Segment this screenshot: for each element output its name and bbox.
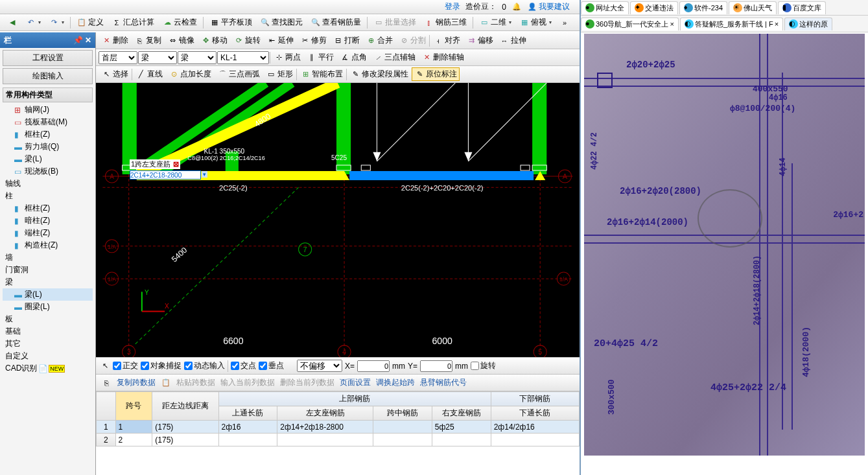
line-button[interactable]: ╱直线: [133, 67, 165, 81]
col-botthrough[interactable]: 下通长筋: [491, 406, 579, 421]
y-input[interactable]: [420, 360, 452, 372]
extend-button[interactable]: ⇤延伸: [264, 34, 296, 47]
snap-toggle[interactable]: 对象捕捉: [141, 360, 182, 371]
tree-beam2[interactable]: ▬梁(L): [3, 288, 93, 301]
tree-raft[interactable]: ▭筏板基础(M): [3, 116, 93, 128]
editbeamattr-button[interactable]: ✎修改梁段属性: [347, 67, 411, 81]
split-button[interactable]: ⊘分割: [396, 34, 428, 47]
copyspan-link[interactable]: 复制跨数据: [117, 377, 156, 388]
tree-framecol[interactable]: ▮框柱(Z): [3, 128, 93, 141]
pin-icon[interactable]: 📌 ✕: [73, 36, 91, 45]
tree-slab[interactable]: 板: [3, 313, 93, 325]
floor-select[interactable]: 首层: [99, 51, 137, 64]
cell-right[interactable]: [432, 434, 491, 446]
offset-button[interactable]: ⇉偏移: [463, 34, 496, 47]
dropdown-icon[interactable]: ▾: [202, 171, 207, 178]
rotate-button[interactable]: ⟳旋转: [231, 34, 263, 47]
rebar-table[interactable]: 跨号 距左边线距离 上部钢筋 下部钢筋 上通长筋 左支座钢筋 跨中钢筋 右支座钢…: [96, 391, 580, 446]
tree-other[interactable]: 其它: [3, 338, 93, 350]
close-icon[interactable]: ×: [775, 20, 779, 28]
ptangle-button[interactable]: ∡点角: [337, 51, 369, 64]
break-button[interactable]: ⊟打断: [330, 34, 362, 47]
define-button[interactable]: 📋定义: [73, 16, 107, 29]
delete-button[interactable]: ✕删除: [99, 34, 131, 47]
rotate-toggle[interactable]: 旋转: [471, 360, 496, 371]
drawing-canvas[interactable]: A A 1/A 1/A 1/A 3 4 5 7 Y X 6600 6000 48…: [96, 83, 580, 357]
redo-button[interactable]: ↷: [45, 16, 67, 29]
tree-common-types[interactable]: 常用构件类型: [3, 87, 93, 102]
fav-tab-2[interactable]: ✦交通违法: [630, 1, 678, 14]
suggest-link[interactable]: 我要建议: [539, 1, 570, 12]
cell-bot[interactable]: [491, 434, 579, 446]
tree-opening[interactable]: 门窗洞: [3, 264, 93, 276]
cell-leftsup[interactable]: 2ф14+2ф18-2800: [277, 421, 373, 434]
section-project-settings[interactable]: 工程设置: [3, 50, 93, 66]
tree-custom[interactable]: 自定义: [3, 350, 93, 362]
delaux-button[interactable]: ✕删除辅轴: [419, 51, 467, 64]
member-select[interactable]: KL-1: [217, 51, 269, 64]
dyn-toggle[interactable]: 动态输入: [184, 360, 225, 371]
browser-tab-3[interactable]: ◐这样的原: [784, 17, 832, 30]
tree-wall[interactable]: 墙: [3, 251, 93, 264]
col-span[interactable]: 跨号: [115, 392, 152, 421]
smartlay-button[interactable]: ⊞智能布置: [298, 67, 346, 81]
rebar-input[interactable]: [130, 170, 201, 180]
findelem-button[interactable]: 🔍查找图元: [257, 16, 306, 29]
table-row[interactable]: 2 2 (175): [97, 434, 580, 446]
table-row[interactable]: 1 1 (175) 2ф16 2ф14+2ф18-2800 5ф25 2ф14/…: [97, 421, 580, 434]
tree-ringbeam[interactable]: ▬圈梁(L): [3, 301, 93, 313]
cat-select[interactable]: 梁: [138, 51, 177, 64]
fav-tab-3[interactable]: ♦软件-234: [679, 1, 727, 14]
cell-bot[interactable]: 2ф14/2ф16: [491, 421, 579, 434]
tree-cad[interactable]: CAD识别 📄NEW: [3, 362, 93, 375]
x-input[interactable]: [357, 360, 390, 372]
section-draw-input[interactable]: 绘图输入: [3, 68, 93, 84]
cell-top[interactable]: [218, 434, 277, 446]
browser-tab-1[interactable]: ●360导航_新一代安全上×: [581, 17, 679, 30]
sumcalc-button[interactable]: Σ汇总计算: [108, 16, 158, 29]
tree-beamcat[interactable]: 梁: [3, 276, 93, 288]
mirror-button[interactable]: ⇔镜像: [165, 34, 197, 47]
cell-right[interactable]: 5ф25: [432, 421, 491, 434]
tree-conscol[interactable]: ▮构造柱(Z): [3, 239, 93, 251]
merge-button[interactable]: ⊕合并: [363, 34, 395, 47]
col-leftsup[interactable]: 左支座钢筋: [277, 406, 373, 421]
cell-mid[interactable]: [373, 421, 432, 434]
cell-span[interactable]: 2: [115, 434, 152, 446]
tree-found[interactable]: 基础: [3, 325, 93, 338]
move-button[interactable]: ✥移动: [198, 34, 230, 47]
col-rightsup[interactable]: 右支座钢筋: [432, 406, 491, 421]
perp-toggle[interactable]: 垂点: [259, 360, 284, 371]
flatslab-button[interactable]: ▦平齐板顶: [206, 16, 255, 29]
tree-beam1[interactable]: ▬梁(L): [3, 153, 93, 165]
twopt-button[interactable]: ⊹两点: [271, 51, 303, 64]
batchsel-button[interactable]: ▭批量选择: [370, 16, 419, 29]
sub-select[interactable]: 梁: [178, 51, 217, 64]
rebar3d-button[interactable]: ⫿钢筋三维: [421, 16, 470, 29]
tree-castslab[interactable]: ▭现浇板(B): [3, 165, 93, 178]
cell-span[interactable]: 1: [115, 421, 152, 434]
cell-top[interactable]: 2ф16: [218, 421, 277, 434]
back-button[interactable]: ◀: [4, 16, 21, 29]
align-button[interactable]: ⫞对齐: [430, 34, 463, 47]
stretch-button[interactable]: ↔拉伸: [497, 34, 529, 47]
tree-axis[interactable]: ⊞轴网(J): [3, 104, 93, 116]
fav-tab-1[interactable]: ●网址大全: [581, 1, 629, 14]
delcol-link[interactable]: 删除当前列数据: [280, 377, 334, 388]
browser-tab-2[interactable]: ◐答疑解惑_服务新干线 | F×: [680, 17, 783, 30]
fav-tab-5[interactable]: ▮百度文库: [778, 1, 826, 14]
cell-leftsup[interactable]: [277, 434, 373, 446]
tree-framecol2[interactable]: ▮框柱(Z): [3, 202, 93, 214]
twod-button[interactable]: ▭二维: [476, 16, 515, 29]
user-icon[interactable]: 👤: [527, 2, 537, 12]
tree-endcol[interactable]: ▮端柱(Z): [3, 227, 93, 239]
col-topthrough[interactable]: 上通长筋: [218, 406, 277, 421]
aerial-button[interactable]: ▦俯视: [516, 16, 555, 29]
col-dist[interactable]: 距左边线距离: [152, 392, 218, 421]
origmark-button[interactable]: ✎原位标注: [412, 67, 460, 81]
ptlen-button[interactable]: ⊙点加长度: [166, 67, 214, 81]
expand-button[interactable]: »: [556, 16, 573, 29]
close-icon[interactable]: ⊠: [173, 160, 179, 168]
fav-tab-4[interactable]: ☀佛山天气: [729, 1, 777, 14]
cantcode-link[interactable]: 悬臂钢筋代号: [420, 377, 467, 388]
